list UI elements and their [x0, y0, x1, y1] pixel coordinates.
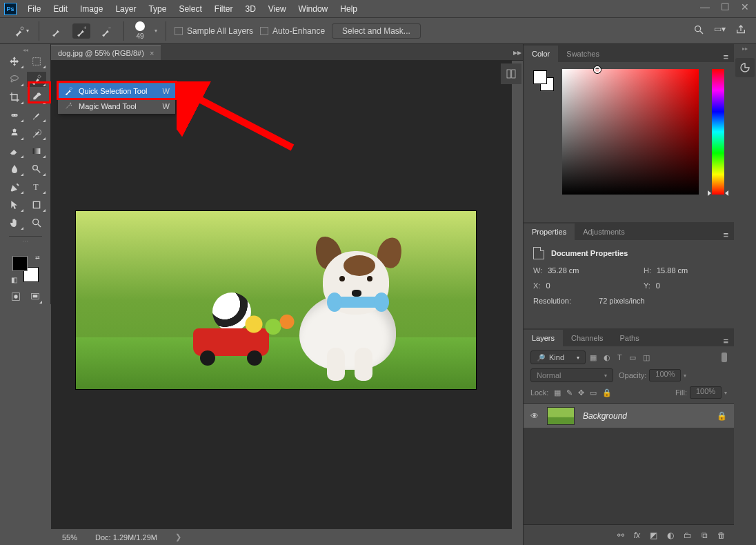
- zoom-level[interactable]: 55%: [62, 533, 77, 542]
- screen-mode-icon[interactable]: [28, 289, 43, 304]
- layer-row[interactable]: 👁 Background 🔒: [524, 404, 734, 428]
- hand-tool[interactable]: [5, 215, 24, 230]
- panel-menu-icon[interactable]: ≡: [717, 336, 734, 346]
- layer-name[interactable]: Background: [583, 411, 627, 421]
- eraser-tool[interactable]: [5, 143, 24, 159]
- filter-shape-icon[interactable]: ▭: [629, 353, 636, 362]
- add-selection-icon[interactable]: +: [72, 23, 90, 39]
- visibility-icon[interactable]: 👁: [530, 411, 539, 421]
- quick-mask-icon[interactable]: [8, 289, 23, 304]
- fill-value[interactable]: 100%: [690, 386, 722, 399]
- menu-layer[interactable]: Layer: [115, 4, 136, 14]
- healing-brush-tool[interactable]: [5, 108, 24, 123]
- sample-all-layers-checkbox[interactable]: Sample All Layers: [175, 26, 253, 36]
- panel-menu-icon[interactable]: ≡: [717, 230, 734, 240]
- gradient-tool[interactable]: [27, 143, 46, 159]
- search-icon[interactable]: [693, 24, 704, 37]
- status-menu-icon[interactable]: ❯: [175, 533, 181, 542]
- filter-adjust-icon[interactable]: ◐: [604, 353, 610, 362]
- menu-3d[interactable]: 3D: [245, 4, 255, 14]
- document-tab[interactable]: dog.jpg @ 55% (RGB/8#) ×: [51, 45, 161, 60]
- shape-tool[interactable]: [27, 197, 46, 212]
- hue-slider[interactable]: [712, 69, 724, 195]
- layer-thumbnail[interactable]: [547, 407, 575, 425]
- crop-tool[interactable]: [5, 90, 24, 105]
- menu-edit[interactable]: Edit: [53, 4, 68, 14]
- tab-swatches[interactable]: Swatches: [558, 46, 608, 62]
- menu-file[interactable]: File: [28, 4, 41, 14]
- window-maximize-icon[interactable]: ☐: [721, 1, 730, 12]
- tab-properties[interactable]: Properties: [524, 224, 575, 240]
- delete-layer-icon[interactable]: 🗑: [717, 531, 726, 540]
- dodge-tool[interactable]: [27, 161, 46, 177]
- default-colors-icon[interactable]: ◧: [11, 276, 17, 284]
- lasso-tool[interactable]: [5, 72, 24, 87]
- lock-pixels-icon[interactable]: ▦: [554, 388, 561, 397]
- opacity-value[interactable]: 100%: [649, 369, 681, 382]
- subtract-selection-icon[interactable]: −: [97, 23, 115, 39]
- clone-stamp-tool[interactable]: [5, 126, 24, 141]
- foreground-background-colors[interactable]: ⇄ ◧: [11, 255, 40, 284]
- filter-toggle[interactable]: [722, 353, 727, 362]
- panel-collapse-handle[interactable]: ▸▸: [734, 44, 756, 55]
- menu-window[interactable]: Window: [299, 4, 328, 14]
- quick-selection-tool[interactable]: [27, 72, 46, 87]
- document-canvas[interactable]: [76, 211, 476, 389]
- menu-filter[interactable]: Filter: [215, 4, 233, 14]
- adjustment-layer-icon[interactable]: ◐: [667, 531, 674, 540]
- zoom-tool[interactable]: [27, 215, 46, 230]
- tab-adjustments[interactable]: Adjustments: [575, 224, 633, 240]
- tab-paths[interactable]: Paths: [612, 330, 648, 346]
- blur-tool[interactable]: [5, 161, 24, 177]
- link-layers-icon[interactable]: ⚯: [617, 531, 624, 540]
- current-tool-icon[interactable]: ▾: [12, 23, 30, 39]
- lock-position-icon[interactable]: ✥: [578, 388, 584, 397]
- filter-type-icon[interactable]: T: [617, 353, 622, 362]
- pen-tool[interactable]: [5, 179, 24, 195]
- layer-mask-icon[interactable]: ◩: [650, 531, 657, 540]
- lock-artboard-icon[interactable]: ▭: [590, 388, 597, 397]
- menu-view[interactable]: View: [268, 4, 286, 14]
- menu-help[interactable]: Help: [340, 4, 357, 14]
- tab-layers[interactable]: Layers: [524, 330, 563, 346]
- doc-size[interactable]: Doc: 1.29M/1.29M: [95, 533, 157, 542]
- panel-menu-icon[interactable]: ≡: [717, 52, 734, 62]
- path-selection-tool[interactable]: [5, 197, 24, 212]
- layer-style-icon[interactable]: fx: [634, 531, 640, 540]
- menu-select[interactable]: Select: [179, 4, 201, 14]
- marquee-tool[interactable]: [27, 54, 46, 69]
- window-close-icon[interactable]: ✕: [741, 1, 749, 12]
- filter-smart-icon[interactable]: ◫: [643, 353, 650, 362]
- tab-color[interactable]: Color: [524, 46, 558, 62]
- workspace-switcher-icon[interactable]: ▭▾: [714, 24, 726, 37]
- tab-channels[interactable]: Channels: [563, 330, 611, 346]
- layer-filter-kind[interactable]: 🔎 Kind ▾: [530, 350, 586, 364]
- panel-collapse-handle[interactable]: ▸▸: [512, 44, 523, 61]
- canvas-area[interactable]: [51, 61, 512, 528]
- toolbox-handle[interactable]: ◂◂: [5, 47, 46, 52]
- blend-mode-select[interactable]: Normal▾: [530, 368, 613, 382]
- flyout-magic-wand[interactable]: Magic Wand Tool W: [58, 99, 175, 114]
- libraries-icon[interactable]: [735, 58, 755, 77]
- layer-lock-icon[interactable]: 🔒: [717, 411, 727, 421]
- filter-pixel-icon[interactable]: ▦: [590, 353, 597, 362]
- window-minimize-icon[interactable]: —: [700, 1, 710, 12]
- type-tool[interactable]: T: [27, 179, 46, 195]
- lock-paint-icon[interactable]: ✎: [566, 388, 573, 397]
- color-field[interactable]: [562, 69, 699, 195]
- eyedropper-tool[interactable]: [27, 90, 46, 105]
- flyout-quick-selection[interactable]: Quick Selection Tool W: [58, 83, 175, 99]
- layer-group-icon[interactable]: 🗀: [684, 531, 692, 540]
- lock-all-icon[interactable]: 🔒: [602, 388, 612, 397]
- new-selection-icon[interactable]: [48, 23, 66, 39]
- select-and-mask-button[interactable]: Select and Mask...: [332, 23, 421, 39]
- docked-panel-icon[interactable]: [501, 63, 521, 84]
- close-tab-icon[interactable]: ×: [150, 49, 154, 57]
- history-brush-tool[interactable]: [27, 126, 46, 141]
- brush-tool[interactable]: [27, 108, 46, 123]
- menu-type[interactable]: Type: [148, 4, 166, 14]
- auto-enhance-checkbox[interactable]: Auto-Enhance: [260, 26, 325, 36]
- share-icon[interactable]: [735, 24, 746, 37]
- swap-colors-icon[interactable]: ⇄: [35, 255, 40, 261]
- move-tool[interactable]: [5, 54, 24, 69]
